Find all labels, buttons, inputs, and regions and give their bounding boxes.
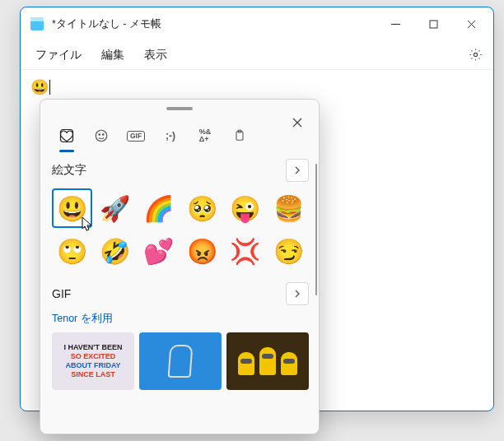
menu-edit[interactable]: 編集 [91,44,134,66]
emoji-rofl[interactable]: 🤣 [96,231,136,271]
menu-file[interactable]: ファイル [26,44,91,66]
svg-point-8 [96,130,107,142]
window-title: *タイトルなし - メモ帳 [52,17,161,31]
emoji-picker-panel: GIF ;-) %& Δ+ 絵文字 😃 🚀 🌈 🥺 😜 🍔 🙄 � [40,99,320,434]
tenor-credit[interactable]: Tenor を利用 [52,312,309,326]
mouse-cursor-icon [82,216,93,231]
emoji-grinning[interactable]: 😃 [52,188,92,228]
picker-tabs: GIF ;-) %& Δ+ [40,118,319,154]
gif-tab-label: GIF [127,131,145,142]
emoji-hamburger[interactable]: 🍔 [268,188,309,228]
svg-point-4 [474,53,477,56]
kaomoji-tab-label: ;-) [166,130,175,142]
gif-thumb-minions[interactable] [226,332,309,390]
emoji-rocket[interactable]: 🚀 [96,188,136,228]
tab-gif[interactable]: GIF [121,121,151,151]
menu-view[interactable]: 表示 [134,44,177,66]
emoji-two-hearts[interactable]: 💕 [138,231,179,271]
svg-rect-1 [430,21,437,28]
emoji-rolling-eyes[interactable]: 🙄 [52,231,92,271]
emoji-grid: 😃 🚀 🌈 🥺 😜 🍔 🙄 🤣 💕 😡 💢 😏 [52,188,309,271]
gif-section-more-button[interactable] [286,282,309,305]
editor-emoji: 😃 [30,79,49,95]
picker-close-button[interactable] [286,111,309,134]
maximize-button[interactable] [414,7,452,40]
tab-clipboard[interactable] [225,121,254,151]
minions-icon [238,347,297,375]
panel-drag-grip[interactable] [40,100,319,118]
svg-point-9 [99,134,100,136]
notepad-app-icon [30,17,44,30]
emoji-angry[interactable]: 😡 [182,231,222,271]
emoji-anger-symbol[interactable]: 💢 [226,231,266,271]
svg-point-10 [103,134,105,136]
emoji-section-more-button[interactable] [286,159,309,182]
emoji-pleading[interactable]: 🥺 [182,188,222,228]
settings-button[interactable] [462,42,488,68]
gif-row: I HAVEN'T BEEN SO EXCITED ABOUT FRIDAY S… [52,332,309,390]
picker-scroll-area[interactable]: 絵文字 😃 🚀 🌈 🥺 😜 🍔 🙄 🤣 💕 😡 💢 😏 GIF T [40,154,319,434]
title-bar[interactable]: *タイトルなし - メモ帳 [21,7,493,40]
gif-section-header: GIF [52,282,309,305]
emoji-smirk[interactable]: 😏 [268,231,309,271]
emoji-section-title: 絵文字 [52,163,86,178]
clippy-icon [168,345,194,378]
gif-thumb-excited-friday[interactable]: I HAVEN'T BEEN SO EXCITED ABOUT FRIDAY S… [52,332,134,390]
symbols-tab-label: %& Δ+ [199,128,212,143]
scrollbar-indicator[interactable] [315,164,317,295]
text-caret [49,80,50,95]
tab-symbols[interactable]: %& Δ+ [190,121,220,151]
emoji-rainbow[interactable]: 🌈 [138,188,179,228]
minimize-button[interactable] [376,7,414,40]
emoji-section-header: 絵文字 [52,159,309,182]
gif-section-title: GIF [52,287,71,300]
tab-recent[interactable] [52,121,82,151]
emoji-winking-tongue[interactable]: 😜 [226,188,266,228]
tab-kaomoji[interactable]: ;-) [156,121,185,151]
gif-thumb-clippy[interactable] [139,332,222,390]
menu-bar: ファイル 編集 表示 [21,40,493,70]
close-button[interactable] [452,7,490,40]
tab-emoji[interactable] [86,121,116,151]
